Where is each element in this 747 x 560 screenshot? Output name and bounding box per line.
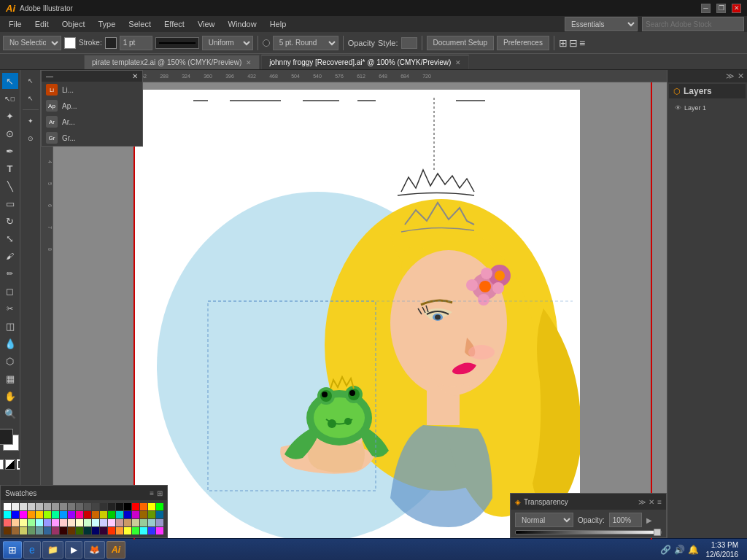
type-tool[interactable]: T: [2, 160, 18, 176]
layer-item-1[interactable]: 👁 Layer 1: [673, 103, 741, 113]
swatch-color[interactable]: [156, 511, 163, 518]
preferences-button[interactable]: Preferences: [497, 36, 549, 50]
swatch-color[interactable]: [44, 519, 51, 526]
swatch-color[interactable]: [44, 527, 51, 534]
swatch-color[interactable]: [124, 519, 131, 526]
panel-icon[interactable]: ⊟: [569, 37, 578, 49]
taskbar-ie-button[interactable]: e: [23, 541, 41, 559]
stock-search[interactable]: [642, 17, 744, 31]
selection-tool[interactable]: ↖: [2, 73, 18, 89]
taskbar-explorer-button[interactable]: 📁: [42, 541, 63, 559]
swatch-color[interactable]: [68, 503, 75, 510]
scissors-tool[interactable]: ✂: [2, 300, 18, 316]
eraser-tool[interactable]: ◻: [2, 283, 18, 299]
none-color-button[interactable]: [0, 459, 4, 470]
swatch-color[interactable]: [148, 527, 155, 534]
swatch-color[interactable]: [68, 511, 75, 518]
paintbrush-tool[interactable]: 🖌: [2, 248, 18, 264]
swatch-color[interactable]: [108, 511, 115, 518]
swatch-color[interactable]: [20, 519, 27, 526]
menu-effect[interactable]: Effect: [158, 18, 190, 30]
swatch-color[interactable]: [60, 527, 67, 534]
taskbar-media-button[interactable]: ▶: [65, 541, 82, 559]
sub-tool-4[interactable]: ⊙: [23, 131, 39, 147]
menu-view[interactable]: View: [192, 18, 221, 30]
stroke-weight-input[interactable]: [120, 36, 152, 50]
taskbar-ai-button[interactable]: Ai: [107, 541, 125, 559]
swatch-color[interactable]: [76, 519, 83, 526]
blending-mode-selector[interactable]: Normal Multiply Screen Overlay: [515, 513, 573, 527]
swatch-color[interactable]: [28, 503, 35, 510]
swatch-color[interactable]: [108, 527, 115, 534]
stroke-color-box[interactable]: [0, 429, 13, 445]
swatch-color[interactable]: [52, 527, 59, 534]
swatch-color[interactable]: [12, 503, 19, 510]
swatch-color[interactable]: [36, 527, 43, 534]
start-button[interactable]: ⊞: [3, 541, 22, 559]
swatch-color[interactable]: [52, 511, 59, 518]
menu-file[interactable]: File: [3, 18, 28, 30]
swatches-grid-view[interactable]: ⊞: [157, 489, 163, 497]
swatch-color[interactable]: [20, 511, 27, 518]
scale-tool[interactable]: ⤡: [2, 230, 18, 246]
swatch-color[interactable]: [124, 511, 131, 518]
swatch-color[interactable]: [36, 511, 43, 518]
swatch-color[interactable]: [124, 503, 131, 510]
swatch-color[interactable]: [116, 503, 123, 510]
swatch-color[interactable]: [84, 503, 91, 510]
document-setup-button[interactable]: Document Setup: [427, 36, 495, 50]
swatch-color[interactable]: [132, 527, 139, 534]
right-panel-collapse[interactable]: ≫: [726, 71, 735, 81]
swatch-color[interactable]: [12, 519, 19, 526]
arrange-icon[interactable]: ⊞: [559, 37, 568, 49]
rectangle-tool[interactable]: ▭: [2, 195, 18, 211]
right-panel-close[interactable]: ✕: [738, 71, 744, 81]
menu-type[interactable]: Type: [93, 18, 122, 30]
minimize-button[interactable]: ─: [701, 4, 711, 13]
opacity-slider-thumb[interactable]: [654, 529, 661, 536]
swatch-color[interactable]: [116, 519, 123, 526]
tab-johnny-close[interactable]: ✕: [455, 59, 461, 66]
zoom-tool[interactable]: 🔍: [2, 405, 18, 421]
swatch-color[interactable]: [12, 511, 19, 518]
swatch-color[interactable]: [108, 503, 115, 510]
transparency-menu[interactable]: ≡: [657, 498, 662, 506]
swatch-color[interactable]: [12, 527, 19, 534]
rotate-tool[interactable]: ↻: [2, 213, 18, 229]
opacity-input[interactable]: [609, 513, 642, 527]
eyedropper-tool[interactable]: 💧: [2, 335, 18, 351]
blend-tool[interactable]: ⬡: [2, 353, 18, 369]
sub-tool-2[interactable]: ↖: [23, 90, 39, 106]
direct-selection-tool[interactable]: ↖◻: [2, 90, 18, 106]
swatch-color[interactable]: [60, 511, 67, 518]
float-panel-close[interactable]: ✕: [132, 72, 138, 80]
stroke-color-indicator[interactable]: [105, 37, 117, 49]
swatch-color[interactable]: [36, 503, 43, 510]
menu-icon[interactable]: ≡: [579, 37, 585, 49]
tab-johnny[interactable]: johnny froggy [Recovered].ai* @ 100% (CM…: [261, 55, 469, 69]
swatch-color[interactable]: [68, 519, 75, 526]
swatch-color[interactable]: [28, 519, 35, 526]
selection-indicator[interactable]: No Selection: [3, 36, 61, 50]
sub-tool-1[interactable]: ↖: [23, 73, 39, 89]
artboard[interactable]: [135, 90, 580, 540]
swatch-color[interactable]: [52, 503, 59, 510]
swatch-color[interactable]: [60, 519, 67, 526]
swatch-color[interactable]: [84, 527, 91, 534]
chart-tool[interactable]: ▦: [2, 370, 18, 386]
taskbar-firefox-button[interactable]: 🦊: [84, 541, 105, 559]
panel-item-gr[interactable]: Gr Gr...: [42, 130, 142, 146]
magic-wand-tool[interactable]: ✦: [2, 108, 18, 124]
swatch-color[interactable]: [84, 511, 91, 518]
close-button[interactable]: ✕: [732, 4, 741, 13]
swatch-color[interactable]: [148, 511, 155, 518]
line-tool[interactable]: ╲: [2, 178, 18, 194]
swatch-color[interactable]: [52, 519, 59, 526]
menu-window[interactable]: Window: [222, 18, 263, 30]
swatch-color[interactable]: [60, 503, 67, 510]
swatch-color[interactable]: [132, 519, 139, 526]
swatch-color[interactable]: [20, 527, 27, 534]
swatch-color[interactable]: [4, 527, 11, 534]
swatch-color[interactable]: [100, 503, 107, 510]
swap-colors-button[interactable]: [5, 459, 15, 470]
